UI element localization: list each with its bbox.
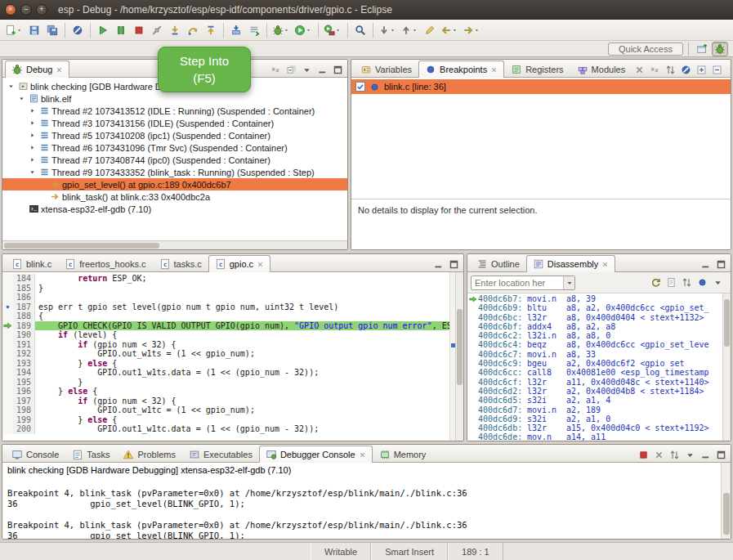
console-tab-tasks[interactable]: Tasks xyxy=(65,446,116,462)
show-source-icon[interactable] xyxy=(664,276,678,290)
view-menu-icon[interactable] xyxy=(682,447,697,462)
console-tab-console[interactable]: Console xyxy=(5,446,65,462)
minimize-icon[interactable] xyxy=(698,257,713,271)
debug-tree-item[interactable]: blink.elf xyxy=(2,92,347,105)
breakpoint-checkbox[interactable] xyxy=(355,82,365,92)
save-all-button[interactable] xyxy=(43,21,61,39)
expander-closed-icon[interactable] xyxy=(27,156,38,164)
window-maximize-button[interactable]: + xyxy=(36,4,47,16)
minimize-icon[interactable] xyxy=(698,447,713,462)
collapse-all-icon[interactable] xyxy=(284,62,298,77)
console-tab-memory[interactable]: Memory xyxy=(373,446,433,462)
external-tools-button[interactable] xyxy=(322,21,344,39)
search-button[interactable] xyxy=(351,21,369,39)
console-vertical-scrollbar[interactable] xyxy=(721,463,731,539)
disassembly-tab-outline[interactable]: Outline xyxy=(470,255,526,271)
location-combo[interactable]: Enter location her xyxy=(471,276,575,290)
next-annotation-button[interactable] xyxy=(377,21,399,39)
terminate-button[interactable] xyxy=(130,21,148,39)
expander-closed-icon[interactable] xyxy=(27,144,38,151)
breakpoint-row[interactable]: blink.c [line: 36] xyxy=(351,79,731,94)
debug-button-dropdown-icon[interactable] xyxy=(284,27,291,34)
view-menu-icon[interactable] xyxy=(710,276,725,290)
disassembly-listing[interactable]: 400dc6b7:movi.na8, 39400dc6b9:bltua8, a2… xyxy=(467,293,722,441)
remove-console-icon[interactable] xyxy=(651,447,666,462)
maximize-icon[interactable] xyxy=(713,257,728,271)
next-annotation-button-dropdown-icon[interactable] xyxy=(391,27,397,34)
debug-tree-item[interactable]: Thread #6 1073431096 (Tmr Svc) (Suspende… xyxy=(2,141,347,154)
collapse-all-icon[interactable] xyxy=(709,62,724,77)
debug-tab-debug[interactable]: Debug xyxy=(5,60,69,78)
window-minimize-button[interactable]: – xyxy=(20,4,32,16)
editor-tab-tasks-c[interactable]: ctasks.c xyxy=(153,255,208,271)
resume-button[interactable] xyxy=(94,21,112,39)
remove-all-breakpoints-icon[interactable] xyxy=(647,62,662,77)
remove-breakpoint-icon[interactable] xyxy=(632,62,646,77)
location-combo-dropdown-icon[interactable] xyxy=(563,276,574,289)
instruction-stepping-button[interactable] xyxy=(245,21,263,39)
window-close-button[interactable]: × xyxy=(5,4,16,16)
terminate-icon[interactable] xyxy=(636,447,650,462)
link-with-debug-icon[interactable] xyxy=(663,62,677,77)
new-button-dropdown-icon[interactable] xyxy=(17,27,24,34)
view-menu-icon[interactable] xyxy=(299,62,314,77)
location-combo-value[interactable]: Enter location her xyxy=(472,278,563,288)
editor-tab-blink-c[interactable]: cblink.c xyxy=(5,255,58,271)
run-button[interactable] xyxy=(293,21,315,39)
debug-tree-item[interactable]: Thread #5 1073410208 (ipc1) (Suspended :… xyxy=(2,129,347,141)
previous-annotation-button-dropdown-icon[interactable] xyxy=(413,27,419,34)
previous-annotation-button[interactable] xyxy=(399,21,421,39)
disassembly-tab-disassembly[interactable]: Disassembly xyxy=(526,255,615,272)
view-menu-icon[interactable] xyxy=(725,62,731,77)
debug-tree-item[interactable]: Thread #9 1073433352 (blink_task : Runni… xyxy=(2,166,347,178)
breakpoints-tab-variables[interactable]: Variables xyxy=(354,60,418,77)
overview-ruler[interactable] xyxy=(449,272,455,441)
close-tab-icon[interactable] xyxy=(601,261,609,268)
last-edit-location-button[interactable] xyxy=(421,21,439,39)
editor-tab-gpio-c[interactable]: cgpio.c xyxy=(208,255,270,272)
maximize-icon[interactable] xyxy=(446,257,461,271)
minimize-icon[interactable] xyxy=(431,257,445,271)
new-button[interactable] xyxy=(3,21,25,39)
drop-to-frame-button[interactable] xyxy=(227,21,245,39)
external-tools-button-dropdown-icon[interactable] xyxy=(336,27,342,34)
debug-tree-item[interactable]: Thread #2 1073413512 (IDLE : Running) (S… xyxy=(2,105,347,117)
console-tab-debugger-console[interactable]: Debugger Console xyxy=(259,446,373,463)
debug-tree-item[interactable]: Thread #3 1073413156 (IDLE) (Suspended :… xyxy=(2,117,347,129)
debug-tree-item[interactable]: xtensa-esp32-elf-gdb (7.10) xyxy=(2,203,347,215)
maximize-icon[interactable] xyxy=(330,62,345,77)
expander-open-icon[interactable] xyxy=(6,83,16,90)
debug-perspective-button[interactable] xyxy=(712,42,728,56)
expander-open-icon[interactable] xyxy=(16,95,27,102)
close-tab-icon[interactable] xyxy=(359,451,366,459)
back-button-dropdown-icon[interactable] xyxy=(453,27,459,34)
maximize-icon[interactable] xyxy=(713,447,728,462)
disassembly-vertical-scrollbar[interactable] xyxy=(722,293,731,441)
skip-all-breakpoints-button[interactable] xyxy=(69,21,87,39)
expander-closed-icon[interactable] xyxy=(27,107,38,114)
breakpoints-icon[interactable] xyxy=(695,276,709,290)
save-button[interactable] xyxy=(25,21,43,39)
debug-horizontal-scrollbar[interactable] xyxy=(2,240,347,249)
step-return-button[interactable] xyxy=(202,21,220,39)
expander-open-icon[interactable] xyxy=(27,168,38,176)
debug-tree-item[interactable]: gpio_set_level() at gpio.c:189 0x400dc6b… xyxy=(2,178,347,190)
forward-button[interactable] xyxy=(461,21,483,39)
editor-vertical-scrollbar[interactable] xyxy=(455,272,463,441)
breakpoints-tab-breakpoints[interactable]: Breakpoints xyxy=(418,60,504,78)
back-button[interactable] xyxy=(439,21,461,39)
expander-closed-icon[interactable] xyxy=(27,119,38,127)
scroll-lock-icon[interactable] xyxy=(667,447,682,462)
breakpoints-tab-modules[interactable]: Modules xyxy=(570,60,632,77)
step-over-button[interactable] xyxy=(184,21,202,39)
remove-all-terminated-icon[interactable] xyxy=(268,62,283,77)
step-into-button[interactable] xyxy=(166,21,184,39)
debug-tree-item[interactable]: Thread #7 1073408744 (ipc0) (Suspended :… xyxy=(2,154,347,166)
breakpoints-tab-registers[interactable]: Registers xyxy=(504,60,570,77)
suspend-button[interactable] xyxy=(112,21,130,39)
quick-access-button[interactable]: Quick Access xyxy=(608,43,683,56)
run-button-dropdown-icon[interactable] xyxy=(306,27,313,34)
close-tab-icon[interactable] xyxy=(56,66,63,74)
forward-button-dropdown-icon[interactable] xyxy=(475,27,481,34)
console-output[interactable]: blink checking [GDB Hardware Debugging] … xyxy=(2,463,721,539)
